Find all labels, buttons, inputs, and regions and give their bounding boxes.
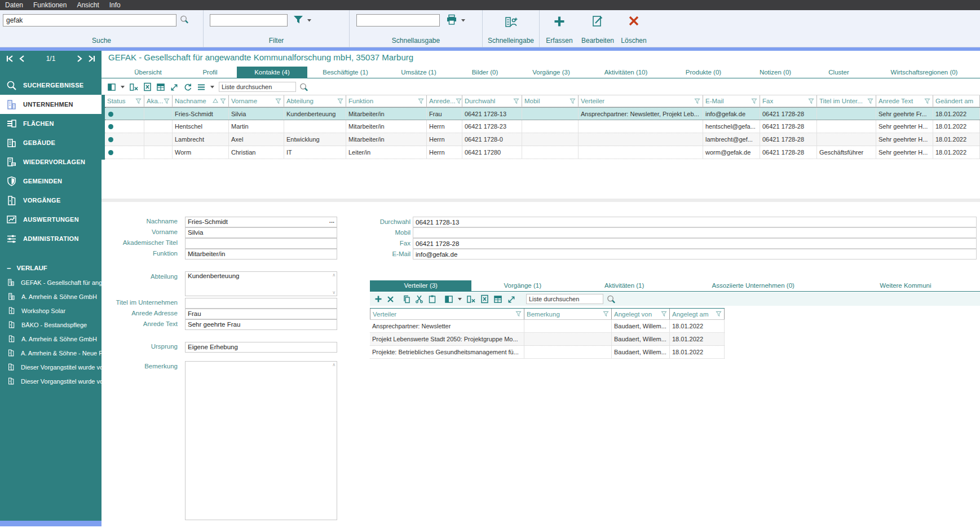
cell-verteiler[interactable] — [579, 120, 703, 133]
cell-anrede[interactable]: Herrn — [427, 120, 462, 133]
cell-verteiler[interactable] — [579, 146, 703, 159]
cell-aka[interactable] — [144, 108, 173, 120]
horizontal-splitter[interactable] — [101, 199, 980, 202]
akademischer-titel-input[interactable] — [185, 238, 337, 249]
cell-nachname[interactable]: Hentschel — [173, 120, 229, 133]
column-header-verteiler[interactable]: Verteiler — [579, 95, 703, 107]
column-filter-icon[interactable] — [515, 311, 522, 317]
sub-tab-assoziierte-unternehmen-0[interactable]: Assoziierte Unternehmen (0) — [675, 280, 831, 291]
cell-angelegt-von[interactable]: Baudaert, Willem... — [612, 320, 670, 332]
cell-mobil[interactable] — [522, 133, 579, 146]
menu-item-funktionen[interactable]: Funktionen — [28, 1, 72, 9]
table-view-icon[interactable] — [156, 83, 165, 91]
cell-aka[interactable] — [144, 133, 173, 146]
anrede-text-input[interactable] — [185, 319, 337, 330]
column-header-fax[interactable]: Fax — [760, 95, 817, 107]
cell-mobil[interactable] — [522, 146, 579, 159]
sub-tab-vorg-nge-1[interactable]: Vorgänge (1) — [471, 280, 573, 291]
history-item[interactable]: Workshop Solar — [0, 304, 101, 318]
quick-output-caret-down-icon[interactable] — [461, 19, 465, 22]
cell-aka[interactable] — [144, 146, 173, 159]
history-item[interactable]: Dieser Vorgangstitel wurde vo... — [0, 360, 101, 374]
cell-angelegt-am[interactable]: 18.01.2022 — [670, 333, 725, 345]
column-header-durchwahl[interactable]: Durchwahl — [462, 95, 522, 107]
delete-button[interactable] — [614, 15, 654, 29]
refresh-icon[interactable] — [183, 83, 192, 91]
history-item[interactable]: BÄKO - Bestandspflege — [0, 318, 101, 332]
sub-tab-verteiler-3[interactable]: Verteiler (3) — [370, 280, 471, 291]
sidebar-item-wiedervorlagen[interactable]: WIEDERVORLAGEN — [0, 152, 101, 172]
remove-column-icon[interactable] — [466, 295, 476, 304]
mobil-input[interactable] — [413, 227, 977, 238]
table-row[interactable]: Fries-SchmidtSilviaKundenberteuungMitarb… — [105, 107, 980, 120]
column-filter-icon[interactable] — [924, 98, 930, 104]
quick-entry-icon[interactable] — [504, 15, 519, 29]
columns-caret-down-icon[interactable] — [458, 298, 462, 301]
tab-produkte-0[interactable]: Produkte (0) — [665, 67, 741, 78]
filter-icon[interactable] — [293, 15, 304, 25]
cell-anrede-text[interactable]: Sehr geehrter H... — [876, 133, 933, 146]
collapse-icon[interactable]: − — [7, 264, 11, 272]
cell-fax[interactable]: 06421 1728-28 — [760, 108, 817, 120]
filter-input[interactable] — [210, 14, 288, 27]
cut-icon[interactable] — [415, 294, 423, 304]
pager-next-icon[interactable] — [71, 55, 83, 62]
pager-first-icon[interactable] — [6, 55, 18, 62]
cell-e-mail[interactable]: hentschel@gefa... — [703, 120, 760, 133]
table-row[interactable]: Projekte: Betriebliches Gesundheitsmanag… — [370, 346, 725, 359]
cell-fax[interactable]: 06421 1728-28 — [760, 146, 817, 159]
column-header-vorname[interactable]: Vorname — [229, 95, 284, 107]
durchwahl-input[interactable] — [413, 217, 977, 227]
tab-bilder-0[interactable]: Bilder (0) — [454, 67, 516, 78]
funktion-input[interactable] — [185, 249, 337, 260]
cell-abteilung[interactable]: Entwicklung — [284, 133, 346, 146]
cell-anrede-text[interactable]: Sehr geehrter H... — [876, 146, 933, 159]
scroll-up-icon[interactable]: ∧ — [332, 362, 336, 367]
column-filter-icon[interactable] — [456, 98, 462, 104]
abteilung-textarea[interactable]: Kundenberteuung — [185, 271, 337, 296]
cell-durchwahl[interactable]: 06421 1728-13 — [462, 108, 522, 120]
anrede-adresse-input[interactable] — [185, 309, 337, 319]
column-filter-icon[interactable] — [694, 98, 700, 104]
table-row[interactable]: LambrechtAxelEntwicklungMitarbeiter/inHe… — [105, 133, 980, 146]
history-item[interactable]: Dieser Vorgangstitel wurde vo... — [0, 374, 101, 388]
column-header-funktion[interactable]: Funktion — [346, 95, 427, 107]
cell-ge-ndert-am[interactable]: 18.01.2022 — [933, 108, 980, 120]
cell-verteiler[interactable]: Projekt Lebenswerte Stadt 2050: Projektg… — [370, 333, 524, 345]
table-row[interactable]: HentschelMartinMitarbeiter/inHerrn06421 … — [105, 120, 980, 133]
cell-bemerkung[interactable] — [524, 320, 612, 332]
cell-abteilung[interactable]: Kundenberteuung — [284, 108, 346, 120]
column-header-status[interactable]: Status — [105, 95, 144, 107]
printer-icon[interactable] — [445, 14, 458, 25]
cell-status[interactable] — [105, 120, 144, 133]
cell-verteiler[interactable]: Ansprechpartner: Newsletter — [370, 320, 524, 332]
cell-vorname[interactable]: Silvia — [229, 108, 284, 120]
remove-column-icon[interactable] — [129, 83, 139, 91]
cell-anrede[interactable]: Frau — [427, 108, 462, 120]
cell-funktion[interactable]: Leiter/in — [346, 146, 427, 159]
edit-button[interactable] — [578, 15, 617, 30]
column-filter-icon[interactable] — [603, 311, 609, 317]
cell-titel-im-unter[interactable]: Geschäftsführer — [817, 146, 876, 159]
delete-row-icon[interactable] — [387, 296, 394, 303]
fax-input[interactable] — [413, 238, 977, 249]
copy-icon[interactable] — [402, 294, 410, 304]
tab-notizen-0[interactable]: Notizen (0) — [741, 67, 809, 78]
column-filter-icon[interactable] — [661, 311, 667, 317]
sidebar-item-fl-chen[interactable]: FLÄCHEN — [0, 114, 101, 133]
paste-icon[interactable] — [428, 294, 436, 304]
sidebar-item-gemeinden[interactable]: GEMEINDEN — [0, 172, 101, 191]
tab-bersicht[interactable]: Übersicht — [113, 67, 183, 78]
cell-durchwahl[interactable]: 06421 1728-0 — [462, 133, 522, 146]
sub-tab-weitere-kommuni[interactable]: Weitere Kommuni — [831, 280, 980, 291]
excel-export-icon[interactable] — [480, 294, 489, 304]
cell-fax[interactable]: 06421 1728-28 — [760, 120, 817, 133]
cell-status[interactable] — [105, 108, 144, 120]
sidebar-item-unternehmen[interactable]: UNTERNEHMEN — [0, 95, 101, 114]
column-filter-icon[interactable] — [716, 311, 722, 317]
cell-angelegt-von[interactable]: Baudaert, Willem... — [612, 346, 670, 358]
cell-angelegt-von[interactable]: Baudaert, Willem... — [612, 333, 670, 345]
choose-columns-icon[interactable] — [107, 83, 116, 91]
column-header-angelegt-am[interactable]: Angelegt am — [670, 309, 725, 319]
columns-caret-down-icon[interactable] — [121, 86, 125, 89]
